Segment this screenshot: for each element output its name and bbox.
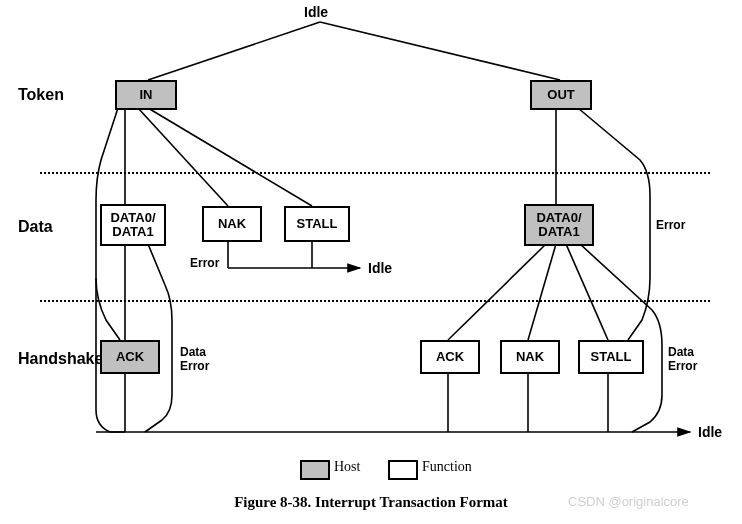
svg-line-11 — [448, 244, 546, 340]
svg-line-13 — [566, 244, 608, 340]
label-idle-mid: Idle — [368, 260, 392, 276]
diagram-stage: Idle Token Data Handshake IN OUT DATA0/ … — [0, 0, 742, 524]
box-data-right: DATA0/ DATA1 — [524, 204, 594, 246]
label-idle-top: Idle — [304, 4, 328, 20]
divider-1 — [40, 172, 710, 174]
row-label-data: Data — [18, 218, 53, 236]
box-nak-r: NAK — [500, 340, 560, 374]
legend-host-label: Host — [334, 459, 360, 475]
label-data-error-left: Data Error — [180, 346, 209, 374]
label-error-left: Error — [190, 256, 219, 270]
watermark: CSDN @originalcore — [568, 494, 689, 509]
label-error-right: Error — [656, 218, 685, 232]
legend-function-label: Function — [422, 459, 472, 475]
svg-line-0 — [148, 22, 320, 80]
svg-line-3 — [138, 108, 228, 206]
box-out: OUT — [530, 80, 592, 110]
box-stall-r: STALL — [578, 340, 644, 374]
divider-2 — [40, 300, 710, 302]
label-data-error-right: Data Error — [668, 346, 697, 374]
box-ack-left: ACK — [100, 340, 160, 374]
box-stall-mid: STALL — [284, 206, 350, 242]
box-data-left: DATA0/ DATA1 — [100, 204, 166, 246]
box-ack-r: ACK — [420, 340, 480, 374]
legend-function-swatch — [388, 460, 418, 480]
row-label-token: Token — [18, 86, 64, 104]
label-idle-bottom: Idle — [698, 424, 722, 440]
legend-host-swatch — [300, 460, 330, 480]
box-in: IN — [115, 80, 177, 110]
row-label-handshake: Handshake — [18, 350, 103, 368]
svg-line-1 — [320, 22, 560, 80]
box-nak-mid: NAK — [202, 206, 262, 242]
svg-line-4 — [148, 108, 312, 206]
